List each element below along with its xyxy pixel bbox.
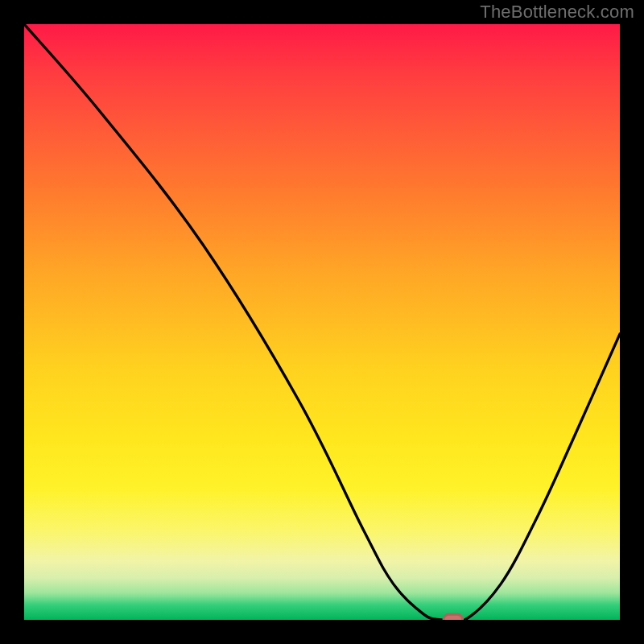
plot-area — [24, 24, 620, 620]
bottleneck-curve-path — [24, 24, 620, 620]
curve-svg — [24, 24, 620, 620]
sweet-spot-marker — [444, 614, 463, 620]
chart-frame: TheBottleneck.com — [0, 0, 644, 644]
watermark-text: TheBottleneck.com — [480, 2, 634, 23]
